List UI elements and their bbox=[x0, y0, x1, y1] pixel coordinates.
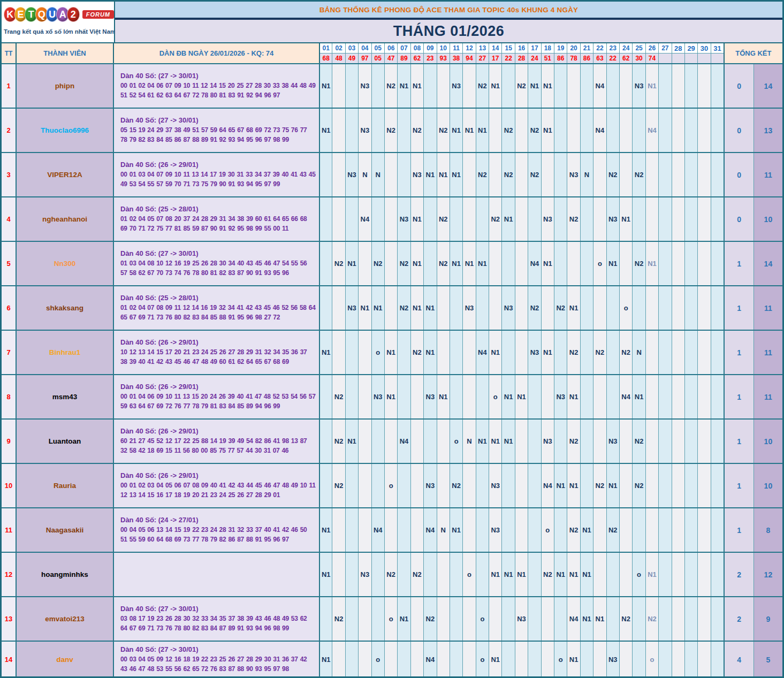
member-name: hoangminhks bbox=[16, 553, 113, 596]
day-cell-07: N2 bbox=[397, 286, 410, 330]
dan-cell: Dàn 40 Số: (27 -> 30/01)05 15 19 24 29 3… bbox=[113, 109, 319, 152]
day-cell-16 bbox=[515, 153, 528, 196]
day-cell-02: N2 bbox=[332, 375, 345, 418]
day-cell-25 bbox=[632, 642, 645, 677]
day-header-13: 1327 bbox=[476, 43, 489, 63]
day-cell-01: N1 bbox=[319, 64, 332, 108]
dan-range-title: Dàn 40 Số: (26 -> 29/01) bbox=[120, 161, 199, 169]
day-cell-10 bbox=[437, 464, 450, 507]
day-cell-18: N3 bbox=[541, 420, 554, 463]
header-member: THÀNH VIÊN bbox=[16, 43, 113, 63]
day-number: 09 bbox=[424, 43, 436, 54]
day-cell-12: N1 bbox=[462, 109, 475, 152]
day-cell-04: N3 bbox=[358, 64, 371, 108]
day-cell-20: N2 bbox=[567, 508, 580, 552]
day-cell-13: o bbox=[476, 597, 489, 641]
day-cell-10: N2 bbox=[437, 109, 450, 152]
row-index: 3 bbox=[2, 153, 16, 196]
day-cell-24 bbox=[619, 464, 632, 507]
table-row: 12hoangminhksN1N3N2N2oN1N1N1N2N1N1N1oN12… bbox=[2, 552, 782, 596]
day-cell-05 bbox=[371, 597, 384, 641]
day-cell-23: N3 bbox=[606, 197, 619, 241]
day-cell-24 bbox=[619, 642, 632, 677]
day-cell-15 bbox=[501, 642, 514, 677]
day-cell-17: N2 bbox=[528, 153, 541, 196]
day-result bbox=[711, 54, 724, 63]
member-name: Binhrau1 bbox=[16, 331, 113, 374]
day-header-24: 2462 bbox=[619, 43, 632, 63]
dan-cell: Dàn 40 Số: (27 -> 30/01)00 01 02 04 06 0… bbox=[113, 64, 319, 108]
day-cell-24: o bbox=[619, 286, 632, 330]
day-cell-20: N1 bbox=[567, 553, 580, 596]
day-cell-05 bbox=[371, 553, 384, 596]
day-header-30: 30 bbox=[697, 43, 710, 63]
day-cell-13 bbox=[476, 508, 489, 552]
total-hits: 10 bbox=[753, 464, 782, 507]
dan-range-title: Dàn 40 Số: (27 -> 30/01) bbox=[120, 249, 199, 257]
day-cell-16 bbox=[515, 242, 528, 285]
day-cell-25: N2 bbox=[632, 153, 645, 196]
day-number: 08 bbox=[411, 43, 423, 54]
day-cell-20: N2 bbox=[567, 331, 580, 374]
day-cell-17 bbox=[528, 375, 541, 418]
day-cell-22 bbox=[593, 286, 606, 330]
total-hits: 14 bbox=[753, 242, 782, 285]
day-cell-09: N3 bbox=[423, 464, 436, 507]
day-cell-13: N4 bbox=[476, 331, 489, 374]
day-cell-11 bbox=[450, 597, 462, 641]
day-result: 28 bbox=[515, 54, 528, 63]
day-cell-25 bbox=[632, 286, 645, 330]
day-cell-24: N2 bbox=[619, 331, 632, 374]
total-hits: 14 bbox=[753, 64, 782, 108]
day-cell-13 bbox=[476, 197, 489, 241]
day-cell-12 bbox=[462, 464, 475, 507]
day-cell-18: N1 bbox=[541, 331, 554, 374]
day-cell-14 bbox=[489, 242, 501, 285]
member-name: msm43 bbox=[16, 375, 113, 418]
day-cell-30 bbox=[697, 331, 710, 374]
titles-column: BẢNG THỐNG KÊ PHONG ĐỘ ACE THAM GIA TOPI… bbox=[115, 2, 782, 42]
site-logo[interactable]: KETQUA2FORUM Trang kết quả xổ số lớn nhấ… bbox=[2, 2, 115, 42]
day-header-21: 2186 bbox=[580, 43, 593, 63]
day-cell-10: N1 bbox=[437, 375, 450, 418]
day-cell-30 bbox=[697, 109, 710, 152]
day-cell-11: N1 bbox=[450, 242, 462, 285]
day-result: 63 bbox=[593, 54, 606, 63]
day-cell-25 bbox=[632, 109, 645, 152]
day-header-31: 31 bbox=[711, 43, 724, 63]
day-cell-21: N1 bbox=[580, 508, 593, 552]
row-index: 2 bbox=[2, 109, 16, 152]
day-cell-28 bbox=[672, 331, 684, 374]
day-cell-31 bbox=[711, 286, 724, 330]
day-cell-05: N bbox=[371, 153, 384, 196]
row-index: 10 bbox=[2, 464, 16, 507]
table-row: 13emvatoi213Dàn 40 Số: (27 -> 30/01)03 0… bbox=[2, 596, 782, 641]
day-header-09: 0923 bbox=[423, 43, 436, 63]
day-cell-03 bbox=[345, 553, 358, 596]
day-cell-23: N2 bbox=[606, 508, 619, 552]
day-cell-09: N2 bbox=[423, 597, 436, 641]
day-cell-23: N2 bbox=[606, 153, 619, 196]
day-cell-31 bbox=[711, 197, 724, 241]
day-cell-01: N1 bbox=[319, 331, 332, 374]
total-hits: 9 bbox=[753, 597, 782, 641]
day-cell-09: N4 bbox=[423, 508, 436, 552]
day-cell-06: N2 bbox=[384, 553, 397, 596]
day-cell-11: o bbox=[450, 420, 462, 463]
day-cell-13: N2 bbox=[476, 64, 489, 108]
day-result: 27 bbox=[476, 54, 489, 63]
header-tt: TT bbox=[2, 43, 16, 63]
day-cell-21 bbox=[580, 109, 593, 152]
member-name: emvatoi213 bbox=[16, 597, 113, 641]
day-cell-05: N4 bbox=[371, 508, 384, 552]
day-number: 20 bbox=[567, 43, 580, 54]
day-cell-17: N2 bbox=[528, 286, 541, 330]
dan-numbers: 00 01 04 06 09 10 11 13 15 20 24 26 39 4… bbox=[120, 392, 316, 411]
day-cell-15: N1 bbox=[501, 420, 514, 463]
day-cell-11 bbox=[450, 642, 462, 677]
day-cell-11: N1 bbox=[450, 153, 462, 196]
day-cell-21 bbox=[580, 464, 593, 507]
day-cell-18: o bbox=[541, 508, 554, 552]
day-cell-08 bbox=[410, 375, 423, 418]
day-cell-20: N1 bbox=[567, 464, 580, 507]
